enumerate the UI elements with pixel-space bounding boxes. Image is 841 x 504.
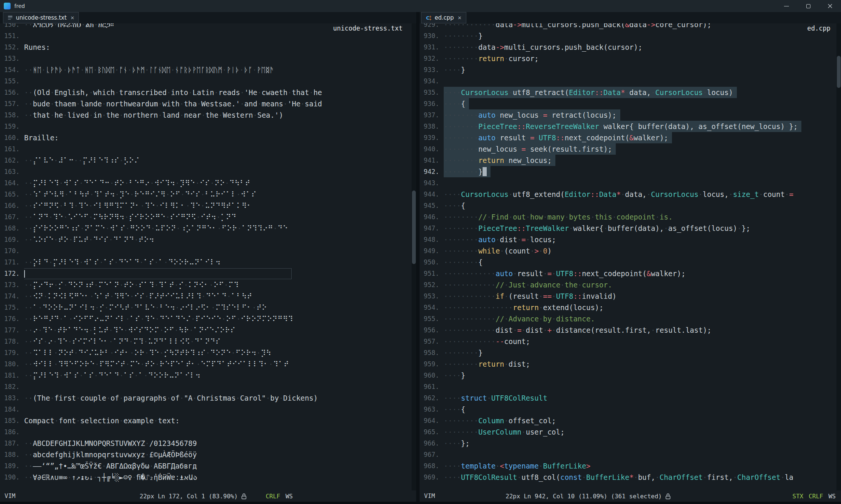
editor-line-944[interactable]: 944.····CursorLocus·utf8_extend(Editor::… <box>420 189 836 200</box>
editor-line-156[interactable]: 156.··(Old·English,·which·transcribed·in… <box>0 87 412 98</box>
editor-line-929[interactable]: 929.············data->multi_cursors.push… <box>420 23 836 30</box>
minimize-button[interactable] <box>775 0 797 12</box>
editor-line-950[interactable]: 950.········{ <box>420 257 836 268</box>
editor-line-961[interactable]: 961. <box>420 381 836 392</box>
editor-line-965[interactable]: 965.········UserColumn·user_col; <box>420 426 836 438</box>
editor-line-171[interactable]: 171.··⡕⠇⠙·⡍⠜⠇⠑⠹·⠺⠁⠎·⠁⠎·⠙⠑⠁⠙·⠁⠎·⠁·⠙⠕⠕⠗⠤⠝⠁… <box>0 257 412 268</box>
editor-line-164[interactable]: 164.··⡍⠜⠇⠑⠹·⠺⠁⠎·⠙⠑⠁⠙⠒·⠞⠕·⠃⠑⠛⠔·⠺⠊⠹⠲·⡹⠻⠑·⠊… <box>0 177 412 189</box>
editor-line-160[interactable]: 160.Braille: <box>0 132 412 143</box>
editor-line-152[interactable]: 152.Runes: <box>0 41 412 53</box>
editor-line-179[interactable]: 179.··⠩⠁⠇⠇·⠝⠕⠞·⠙⠊⠌⠥⠗⠃·⠊⠞⠂·⠕⠗·⠹⠑·⡊⠳⠝⠞⠗⠹⠰⠎… <box>0 347 412 358</box>
editor-line-185[interactable]: 185.Compact·font·selection·example·text: <box>0 415 412 426</box>
editor-line-933[interactable]: 933.····} <box>420 64 836 75</box>
tab-close-icon[interactable]: ✕ <box>71 15 75 21</box>
editor-line-154[interactable]: 154.··ᚻᛖ·ᚳᚹᚫᚦ·ᚦᚫᛏ·ᚻᛖ·ᛒᚢᛞᛖ·ᚩᚾ·ᚦᚫᛗ·ᛚᚪᚾᛞᛖ·ᚾ… <box>0 64 412 75</box>
maximize-button[interactable] <box>797 0 819 12</box>
editor-line-947[interactable]: 947.········PieceTree::TreeWalker·walker… <box>420 223 836 234</box>
right-editor-lines[interactable]: 929.············data->multi_cursors.push… <box>420 23 836 483</box>
editor-line-157[interactable]: 157.··bude·thaem·lande·northweardum·with… <box>0 98 412 109</box>
editor-line-942[interactable]: 942.········} <box>420 166 836 177</box>
left-editor[interactable]: 150.··እግርህን·በፍራሽህ·ልክ·ዘርጋ።151.152.Runes:1… <box>0 23 416 490</box>
editor-line-955[interactable]: 955.············//·Advance·by·distance. <box>420 313 836 324</box>
editor-line-934[interactable]: 934. <box>420 75 836 87</box>
editor-line-940[interactable]: 940.········new_locus·=·seek(result.firs… <box>420 143 836 155</box>
editor-line-188[interactable]: 188.··abcdefghijklmnopqrstuvwxyz·£©µÀÆÖÞ… <box>0 449 412 460</box>
editor-line-951[interactable]: 951.············auto·result·=·UTF8::next… <box>420 268 836 279</box>
editor-line-949[interactable]: 949.········while·(count·>·0) <box>420 245 836 257</box>
editor-line-932[interactable]: 932.········return·cursor; <box>420 53 836 64</box>
tab-close-icon[interactable]: ✕ <box>458 15 462 21</box>
editor-line-172[interactable]: 172. <box>0 268 412 279</box>
editor-line-931[interactable]: 931.········data->multi_cursors.push_bac… <box>420 41 836 53</box>
editor-line-938[interactable]: 938.········PieceTree::ReverseTreeWalker… <box>420 121 836 132</box>
editor-line-943[interactable]: 943. <box>420 177 836 189</box>
status-flag-ws[interactable]: WS <box>829 493 836 500</box>
editor-line-167[interactable]: 167.··⠁⠝⠙·⠹⠑·⠡⠊⠑⠋·⠍⠳⠗⠝⠻⠲·⡎⠊⠗⠕⠕⠛⠑·⠎⠊⠛⠝⠫·⠊… <box>0 211 412 223</box>
editor-line-162[interactable]: 162.··⡌⠁⠧⠑·⠼⠁⠒··⡍⠜⠇⠑⠹⠰⠎·⡣⠕⠌ <box>0 155 412 166</box>
editor-line-959[interactable]: 959.········return·dist; <box>420 358 836 370</box>
editor-line-958[interactable]: 958.········} <box>420 347 836 358</box>
editor-line-957[interactable]: 957.············--count; <box>420 336 836 347</box>
left-editor-lines[interactable]: 150.··እግርህን·በፍራሽህ·ልክ·ዘርጋ።151.152.Runes:1… <box>0 23 412 483</box>
editor-line-184[interactable]: 184. <box>0 404 412 415</box>
status-flag-stx[interactable]: STX <box>792 493 803 500</box>
editor-line-153[interactable]: 153. <box>0 53 412 64</box>
editor-line-939[interactable]: 939.········auto·result·=·UTF8::next_cod… <box>420 132 836 143</box>
editor-line-966[interactable]: 966.····}; <box>420 438 836 449</box>
editor-line-936[interactable]: 936.····{ <box>420 98 836 109</box>
lock-icon[interactable] <box>241 493 247 499</box>
editor-line-159[interactable]: 159. <box>0 121 412 132</box>
tab-ed-cpp[interactable]: C + + ed.cpp ✕ <box>421 12 466 23</box>
editor-line-178[interactable]: 178.··⠊⠎·⠔·⠹⠑·⠎⠊⠍⠊⠇⠑⠂·⠁⠝⠙·⠍⠹·⠥⠝⠙⠁⠇⠇⠪⠫·⠙⠁… <box>0 336 412 347</box>
editor-line-930[interactable]: 930.········} <box>420 30 836 41</box>
editor-line-168[interactable]: 168.··⡎⠊⠗⠕⠕⠛⠑⠰⠎·⠝⠁⠍⠑·⠺⠁⠎·⠛⠕⠕⠙·⠥⠏⠕⠝·⠰⡡⠁⠝⠛… <box>0 223 412 234</box>
close-button[interactable] <box>819 0 841 12</box>
editor-line-173[interactable]: 173.··⡍⠔⠙⠖·⡊·⠙⠕⠝⠰⠞·⠍⠑⠁⠝·⠞⠕·⠎⠁⠹·⠹⠁⠞·⡊·⠅⠝⠪… <box>0 279 412 290</box>
editor-line-956[interactable]: 956.············dist·=·dist·+·distance(r… <box>420 324 836 336</box>
editor-line-190[interactable]: 190.··∀∂∈ℝ∧∪≡∞·↑↗↨↻⇣·┐┼╔╘░►☺♀·ﬁ�⑀₂ἠḂӥẄɐː… <box>0 472 412 483</box>
lock-icon[interactable] <box>665 493 671 499</box>
pane-divider[interactable] <box>416 12 420 502</box>
editor-line-166[interactable]: 166.··⠎⠊⠛⠝⠫·⠃⠹·⠹⠑·⠊⠇⠻⠛⠹⠍⠁⠝⠂·⠹⠑·⠊⠇⠻⠅⠂·⠹⠑·… <box>0 200 412 211</box>
editor-line-964[interactable]: 964.········Column·offset_col; <box>420 415 836 426</box>
editor-line-935[interactable]: 935.····CursorLocus·utf8_retract(Editor:… <box>420 87 836 98</box>
editor-line-968[interactable]: 968.····template·<typename·BufferLike> <box>420 460 836 472</box>
editor-line-175[interactable]: 175.··⠁·⠙⠕⠕⠗⠤⠝⠁⠊⠇⠲·⡊·⠍⠊⠣⠞·⠙⠁⠧⠑·⠃⠑⠲·⠔⠊⠇⠔⠫… <box>0 302 412 313</box>
editor-line-163[interactable]: 163. <box>0 166 412 177</box>
right-editor[interactable]: 929.············data->multi_cursors.push… <box>420 23 841 490</box>
editor-line-187[interactable]: 187.··ABCDEFGHIJKLMNOPQRSTUVWXYZ·/012345… <box>0 438 412 449</box>
editor-line-161[interactable]: 161. <box>0 143 412 155</box>
editor-line-176[interactable]: 176.··⠗⠑⠛⠜⠙·⠁·⠊⠕⠋⠋⠔⠤⠝⠁⠊⠇·⠁⠎·⠹⠑·⠙⠑⠁⠙⠑⠌·⠏⠊… <box>0 313 412 324</box>
editor-line-165[interactable]: 165.··⠱⠁⠞⠑⠧⠻·⠁⠃⠳⠞·⠹⠁⠞⠲·⡹⠑·⠗⠑⠛⠊⠌⠻·⠕⠋·⠙⠊⠎·… <box>0 189 412 200</box>
editor-line-962[interactable]: 962.····struct·UTF8ColResult <box>420 392 836 404</box>
editor-line-953[interactable]: 953.············if·(result·==·UTF8::inva… <box>420 290 836 302</box>
editor-line-189[interactable]: 189.··–—‘“”„†•…‰™œŠŸž€·ΑΒΓΔΩαβγδω·АБВГДа… <box>0 460 412 472</box>
status-flag-crlf[interactable]: CRLF <box>809 493 823 500</box>
right-scrollbar-thumb[interactable] <box>837 56 841 88</box>
editor-line-937[interactable]: 937.········auto·new_locus·=·retract(loc… <box>420 109 836 121</box>
editor-line-952[interactable]: 952.············//·Just·advance·the·curs… <box>420 279 836 290</box>
editor-line-155[interactable]: 155. <box>0 75 412 87</box>
editor-line-186[interactable]: 186. <box>0 426 412 438</box>
editor-line-948[interactable]: 948.········auto·dist·=·locus; <box>420 234 836 245</box>
editor-line-182[interactable]: 182. <box>0 381 412 392</box>
editor-line-960[interactable]: 960.····} <box>420 370 836 381</box>
editor-line-945[interactable]: 945.····{ <box>420 200 836 211</box>
editor-line-967[interactable]: 967. <box>420 449 836 460</box>
editor-line-941[interactable]: 941.········return·new_locus; <box>420 155 836 166</box>
editor-line-181[interactable]: 181.··⡍⠜⠇⠑⠹·⠺⠁⠎·⠁⠎·⠙⠑⠁⠙·⠁⠎·⠁·⠙⠕⠕⠗⠤⠝⠁⠊⠇⠲ <box>0 370 412 381</box>
editor-line-954[interactable]: 954.················return·extend(locus)… <box>420 302 836 313</box>
editor-line-946[interactable]: 946.········//·Find·out·how·many·bytes·t… <box>420 211 836 223</box>
tab-unicode-stress-txt[interactable]: unicode-stress.txt ✕ <box>3 12 79 23</box>
editor-line-963[interactable]: 963.····{ <box>420 404 836 415</box>
editor-line-170[interactable]: 170. <box>0 245 412 257</box>
left-scrollbar[interactable] <box>412 23 416 490</box>
status-flag-crlf[interactable]: CRLF <box>266 493 280 500</box>
editor-line-174[interactable]: 174.··⠪⠝·⠅⠝⠪⠇⠫⠛⠑⠂·⠱⠁⠞·⠹⠻⠑·⠊⠎·⠏⠜⠞⠊⠊⠥⠇⠜⠇⠹·… <box>0 290 412 302</box>
editor-line-183[interactable]: 183.··(The·first·couple·of·paragraphs·of… <box>0 392 412 404</box>
editor-line-169[interactable]: 169.··⠡⠕⠎⠑·⠞⠕·⠏⠥⠞·⠙⠊⠎·⠙⠁⠝⠙·⠞⠕⠲ <box>0 234 412 245</box>
editor-line-969[interactable]: 969.····UTF8ColResult·utf8_col(const·Buf… <box>420 472 836 483</box>
editor-line-177[interactable]: 177.··⠔·⠹⠑·⠞⠗⠁⠙⠑⠲·⡃⠥⠞·⠹⠑·⠺⠊⠎⠙⠕⠍·⠕⠋·⠳⠗·⠁⠝… <box>0 324 412 336</box>
left-scrollbar-thumb[interactable] <box>412 191 416 264</box>
status-flag-ws[interactable]: WS <box>286 493 293 500</box>
